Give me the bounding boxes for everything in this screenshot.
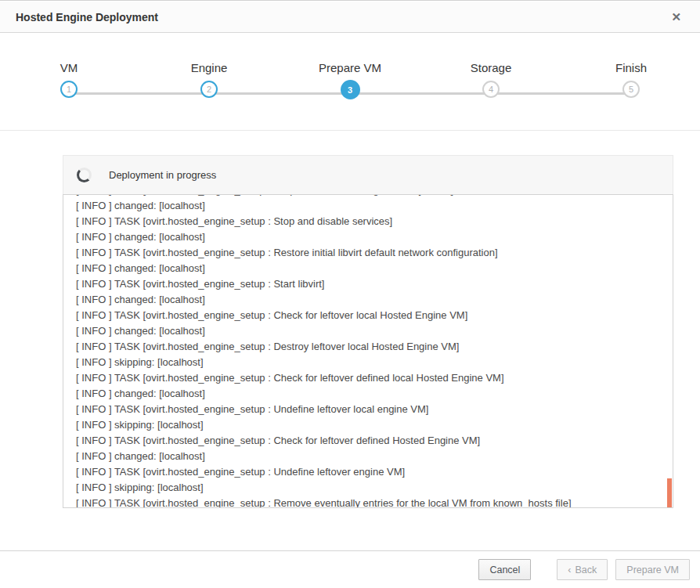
wizard-step-vm[interactable]: VM 1 <box>14 34 124 98</box>
step-label: Engine <box>154 61 264 78</box>
log-line: [ INFO ] changed: [localhost] <box>76 323 660 339</box>
log-line: [ INFO ] skipping: [localhost] <box>76 355 660 370</box>
log-line: [ INFO ] TASK [ovirt.hosted_engine_setup… <box>76 214 660 229</box>
log-line: [ INFO ] changed: [localhost] <box>76 449 660 464</box>
step-label: VM <box>14 61 124 78</box>
log-line: [ INFO ] TASK [ovirt.hosted_engine_setup… <box>76 496 660 508</box>
progress-header: Deployment in progress <box>63 155 673 194</box>
loading-spinner-icon <box>77 168 92 182</box>
deployment-log-console[interactable]: [ INFO ] TASK [ovirt.hosted_engine_setup… <box>63 194 673 508</box>
wizard-content-area: Deployment in progress [ INFO ] TASK [ov… <box>0 132 700 551</box>
log-line: [ INFO ] TASK [ovirt.hosted_engine_setup… <box>76 370 660 386</box>
step-number-badge: 3 <box>341 80 360 99</box>
dialog-title: Hosted Engine Deployment <box>16 11 668 23</box>
close-icon[interactable]: ✕ <box>668 9 684 24</box>
log-line: [ INFO ] skipping: [localhost] <box>76 480 660 496</box>
log-line: [ INFO ] TASK [ovirt.hosted_engine_setup… <box>76 308 660 323</box>
log-scrollbar-thumb[interactable] <box>667 478 672 507</box>
step-label: Storage <box>436 61 546 78</box>
back-button-label: Back <box>576 565 597 575</box>
log-line: [ INFO ] TASK [ovirt.hosted_engine_setup… <box>76 464 660 480</box>
log-line: [ INFO ] TASK [ovirt.hosted_engine_setup… <box>76 402 660 417</box>
log-line: [ INFO ] changed: [localhost] <box>76 292 660 308</box>
wizard-step-engine[interactable]: Engine 2 <box>154 34 264 98</box>
chevron-left-icon: ‹ <box>568 565 571 575</box>
log-line: [ INFO ] changed: [localhost] <box>76 261 660 276</box>
step-number-badge: 4 <box>482 81 500 98</box>
log-line: [ INFO ] TASK [ovirt.hosted_engine_setup… <box>76 245 660 261</box>
log-line: [ INFO ] TASK [ovirt.hosted_engine_setup… <box>76 339 660 355</box>
deployment-progress-panel: Deployment in progress [ INFO ] TASK [ov… <box>63 155 673 508</box>
step-number-badge: 5 <box>622 81 640 98</box>
step-number-badge: 2 <box>200 81 218 98</box>
prepare-vm-button[interactable]: Prepare VM <box>615 559 690 580</box>
deployment-status-text: Deployment in progress <box>109 169 216 181</box>
wizard-footer: Cancel ‹Back Prepare VM <box>0 550 700 588</box>
step-label: Finish <box>576 61 686 78</box>
log-line: [ INFO ] TASK [ovirt.hosted_engine_setup… <box>76 433 660 449</box>
back-button[interactable]: ‹Back <box>557 559 608 580</box>
log-line: [ INFO ] TASK [ovirt.hosted_engine_setup… <box>76 276 660 292</box>
log-line: [ INFO ] changed: [localhost] <box>76 229 660 245</box>
log-lines-container: [ INFO ] TASK [ovirt.hosted_engine_setup… <box>63 194 673 508</box>
wizard-step-finish[interactable]: Finish 5 <box>576 34 686 98</box>
dialog-titlebar: Hosted Engine Deployment ✕ <box>0 2 700 33</box>
log-line: [ INFO ] skipping: [localhost] <box>76 417 660 433</box>
step-number-badge: 1 <box>60 81 78 98</box>
log-line: [ INFO ] changed: [localhost] <box>76 386 660 402</box>
log-line: [ INFO ] changed: [localhost] <box>76 198 660 214</box>
cancel-button[interactable]: Cancel <box>478 559 531 580</box>
wizard-step-prepare-vm[interactable]: Prepare VM 3 <box>295 34 405 99</box>
wizard-step-storage[interactable]: Storage 4 <box>436 34 546 98</box>
step-label: Prepare VM <box>295 61 405 78</box>
wizard-stepper: VM 1 Engine 2 Prepare VM 3 Storage 4 Fin… <box>0 34 700 131</box>
